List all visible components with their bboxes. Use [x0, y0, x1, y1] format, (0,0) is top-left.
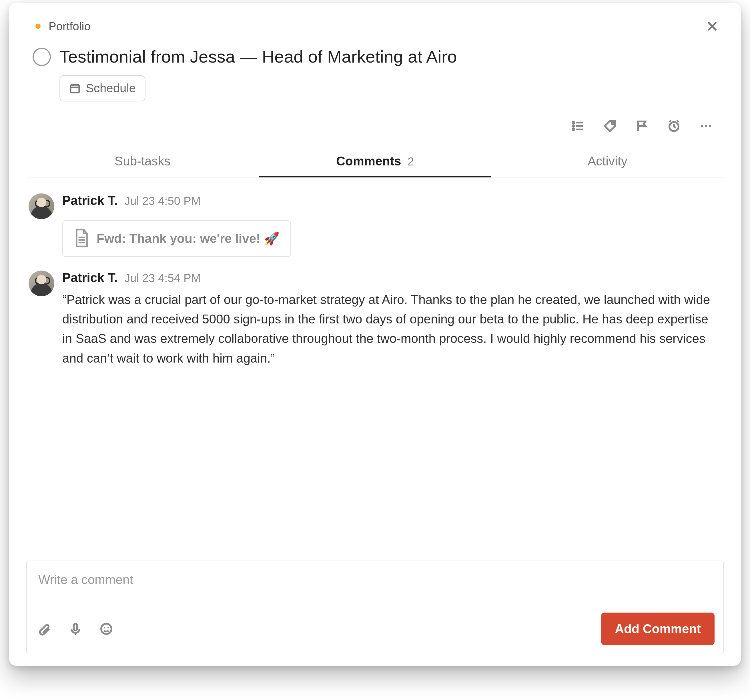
comment-body: Patrick T. Jul 23 4:50 PM Fwd: Thank you… — [62, 193, 721, 257]
tab-activity[interactable]: Activity — [491, 146, 724, 177]
file-icon — [74, 228, 90, 249]
close-button[interactable] — [703, 17, 721, 35]
microphone-icon — [69, 622, 82, 636]
tab-subtasks[interactable]: Sub-tasks — [26, 146, 259, 177]
svg-rect-9 — [74, 624, 77, 631]
svg-rect-0 — [71, 85, 79, 92]
task-detail-panel: Portfolio Testimonial from Jessa — Head … — [9, 3, 741, 666]
comment-input[interactable] — [27, 561, 723, 610]
tag-icon — [603, 119, 617, 133]
flag-icon — [635, 119, 649, 133]
svg-point-2 — [573, 125, 574, 127]
emoji-picker-button[interactable] — [99, 622, 114, 636]
comment-composer: Add Comment — [26, 560, 724, 654]
reminder-button[interactable] — [667, 118, 681, 134]
subtask-list-button[interactable] — [570, 118, 586, 134]
attach-file-button[interactable] — [37, 622, 52, 636]
svg-point-7 — [705, 125, 707, 127]
paperclip-icon — [38, 622, 51, 636]
comments-list: Patrick T. Jul 23 4:50 PM Fwd: Thank you… — [26, 177, 724, 560]
svg-point-8 — [709, 125, 711, 127]
svg-point-4 — [612, 123, 613, 124]
list-icon — [571, 119, 585, 133]
comment-timestamp: Jul 23 4:54 PM — [124, 272, 201, 285]
attachment-chip[interactable]: Fwd: Thank you: we're live! 🚀 — [62, 220, 291, 257]
comment-author: Patrick T. — [62, 193, 117, 208]
svg-point-6 — [701, 125, 703, 127]
tab-activity-label: Activity — [588, 154, 627, 168]
tag-button[interactable] — [602, 118, 617, 134]
comment-author: Patrick T. — [62, 270, 117, 285]
composer-icons — [37, 622, 114, 636]
task-title[interactable]: Testimonial from Jessa — Head of Marketi… — [60, 47, 457, 67]
svg-point-11 — [104, 627, 106, 629]
svg-point-12 — [108, 627, 109, 629]
svg-point-3 — [573, 129, 574, 130]
comment-text: “Patrick was a crucial part of our go-to… — [62, 290, 721, 368]
emoji-icon — [100, 622, 113, 636]
comment-body: Patrick T. Jul 23 4:54 PM “Patrick was a… — [62, 270, 721, 368]
close-icon — [705, 20, 719, 33]
project-label: Portfolio — [49, 20, 91, 33]
tab-comments-count: 2 — [407, 155, 414, 168]
schedule-button[interactable]: Schedule — [60, 75, 146, 101]
avatar[interactable] — [29, 193, 54, 219]
more-actions-button[interactable] — [699, 118, 713, 134]
comment-item: Patrick T. Jul 23 4:50 PM Fwd: Thank you… — [29, 193, 721, 257]
voice-record-button[interactable] — [68, 622, 83, 636]
tab-subtasks-label: Sub-tasks — [115, 154, 171, 168]
schedule-row: Schedule — [26, 75, 724, 101]
tab-comments[interactable]: Comments 2 — [259, 146, 491, 177]
tabs: Sub-tasks Comments 2 Activity — [26, 146, 724, 177]
tab-comments-label: Comments — [336, 154, 401, 168]
attachment-title: Fwd: Thank you: we're live! 🚀 — [97, 231, 280, 246]
priority-flag-button[interactable] — [635, 118, 649, 134]
project-color-dot — [35, 24, 41, 29]
title-row: Testimonial from Jessa — Head of Marketi… — [26, 38, 724, 73]
comment-meta: Patrick T. Jul 23 4:54 PM — [62, 270, 721, 285]
comment-meta: Patrick T. Jul 23 4:50 PM — [62, 193, 721, 208]
svg-point-1 — [573, 122, 574, 123]
alarm-clock-icon — [667, 119, 681, 133]
comment-timestamp: Jul 23 4:50 PM — [124, 195, 201, 207]
comment-item: Patrick T. Jul 23 4:54 PM “Patrick was a… — [29, 270, 721, 368]
avatar[interactable] — [29, 270, 54, 296]
add-comment-button[interactable]: Add Comment — [601, 612, 715, 645]
task-action-toolbar — [26, 101, 724, 144]
svg-point-10 — [101, 624, 111, 634]
project-breadcrumb[interactable]: Portfolio — [35, 20, 91, 33]
header-row: Portfolio — [26, 14, 724, 38]
schedule-label: Schedule — [86, 81, 136, 95]
composer-toolbar: Add Comment — [27, 610, 723, 654]
calendar-icon — [69, 83, 81, 94]
complete-checkbox[interactable] — [32, 48, 51, 66]
more-icon — [699, 119, 713, 133]
